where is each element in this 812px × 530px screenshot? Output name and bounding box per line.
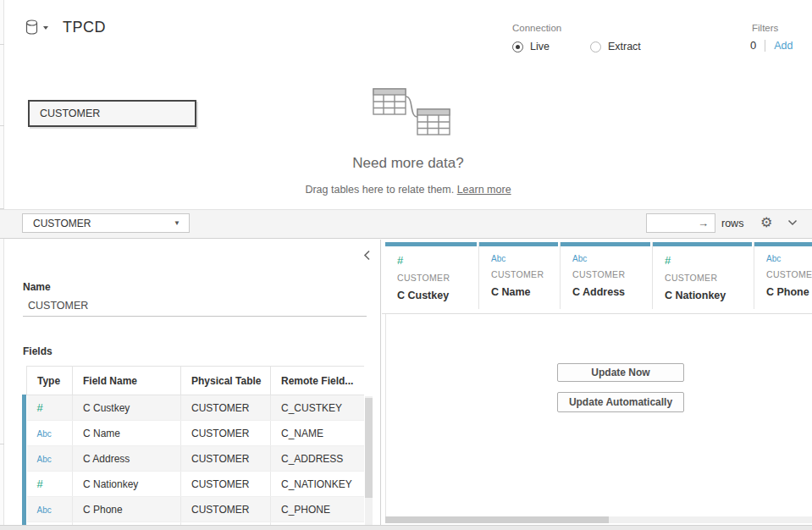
datasource-header: TPCD [25,19,106,36]
field-row-c-address[interactable]: AbcC AddressCUSTOMERC_ADDRESS [27,446,365,472]
database-cylinder-icon [25,19,40,36]
radio-extract[interactable]: Extract [590,41,641,52]
column-accent-bar [561,242,650,246]
col-header-type[interactable]: Type [27,367,73,395]
filters-count: 0 [750,39,756,52]
field-row-c-nationkey[interactable]: #C NationkeyCUSTOMERC_NATIONKEY [27,472,365,497]
field-type-cell: # [27,395,73,421]
name-label: Name [23,281,51,293]
field-type-cell: # [27,472,73,497]
tables-illustration [370,83,451,141]
rail-tick [0,44,4,45]
chevron-down-icon[interactable] [787,219,798,226]
empty-state-title: Need more data? [0,155,812,172]
physical-table-cell: CUSTOMER [181,446,271,472]
arrow-right-icon: → [698,217,709,229]
field-name-cell: C Custkey [73,395,181,421]
datasource-title[interactable]: TPCD [63,19,106,36]
column-accent-bar [754,242,812,246]
field-name-cell: C Nationkey [73,472,181,497]
update-now-button[interactable]: Update Now [557,363,684,382]
rows-count-input[interactable]: → [646,213,715,233]
physical-table-cell: CUSTOMER [181,497,271,522]
number-type-icon: # [37,478,43,490]
metadata-panel: Name CUSTOMER Fields Type Field Name Phy… [4,240,381,525]
grid-scrollbar-thumb[interactable] [385,516,609,523]
col-header-physical-table[interactable]: Physical Table [181,367,271,395]
col-header-remote-field[interactable]: Remote Field... [271,367,365,395]
empty-hint-text: Drag tables here to relate them. [305,184,454,196]
column-table-label: CUSTOMER [766,269,812,279]
radio-live-icon[interactable] [512,41,523,52]
physical-table-cell: CUSTOMER [181,421,271,446]
number-type-icon: # [397,254,478,267]
grid-column-c-nationkey[interactable]: #CUSTOMERC Nationkey [653,242,754,309]
number-type-icon: # [665,254,754,267]
window-bottom-edge [0,525,812,530]
string-type-icon: Abc [766,254,812,263]
radio-extract-icon[interactable] [590,41,601,52]
column-field-label: C Name [491,286,560,298]
empty-state-hint: Drag tables here to relate them. Learn m… [0,184,812,196]
column-field-label: C Phone [766,286,812,298]
grid-horizontal-scrollbar[interactable] [385,516,812,523]
connection-group: Connection Live Extract [512,23,641,52]
data-grid-panel: #CUSTOMERC CustkeyAbcCUSTOMERC NameAbcCU… [382,240,812,525]
col-header-field-name[interactable]: Field Name [73,367,181,395]
column-accent-bar [385,242,477,246]
physical-table-cell: CUSTOMER [181,395,271,421]
field-type-cell: Abc [27,497,73,522]
remote-field-cell: C_ADDRESS [271,446,365,472]
column-field-label: C Custkey [397,290,478,301]
logical-table-select-value: CUSTOMER [33,218,91,229]
fields-vertical-scrollbar[interactable] [365,396,373,525]
grid-column-c-custkey[interactable]: #CUSTOMERC Custkey [385,242,479,309]
data-grid-header: #CUSTOMERC CustkeyAbcCUSTOMERC NameAbcCU… [385,242,812,309]
learn-more-link[interactable]: Learn more [457,184,511,196]
grid-column-c-name[interactable]: AbcCUSTOMERC Name [479,242,561,309]
remote-field-cell: C_NAME [271,421,365,446]
field-row-c-custkey[interactable]: #C CustkeyCUSTOMERC_CUSTKEY [27,395,365,421]
string-type-icon: Abc [491,254,560,263]
number-type-icon: # [37,401,43,414]
radio-live[interactable]: Live [512,41,550,52]
field-row-c-phone[interactable]: AbcC PhoneCUSTOMERC_PHONE [27,497,365,522]
physical-table-cell: CUSTOMER [181,472,271,497]
field-row-c-name[interactable]: AbcC NameCUSTOMERC_NAME [27,421,365,446]
table-node-customer[interactable]: CUSTOMER [28,100,196,127]
gear-icon[interactable]: ⚙ [760,214,772,230]
grid-header-bottom-border [382,313,812,314]
field-name-cell: C Address [73,446,181,472]
string-type-icon: Abc [37,455,52,464]
column-table-label: CUSTOMER [665,273,754,283]
filters-add-link[interactable]: Add [774,40,793,52]
fields-label: Fields [23,345,52,357]
name-input[interactable]: CUSTOMER [28,300,88,312]
update-automatically-button[interactable]: Update Automatically [557,392,684,412]
column-table-label: CUSTOMER [572,269,652,279]
column-accent-bar [479,242,558,246]
string-type-icon: Abc [37,429,52,439]
grid-toolbar: CUSTOMER ▼ → rows ⚙ [0,209,812,239]
grid-body-left-border [385,314,386,517]
column-field-label: C Nationkey [665,290,754,301]
grid-column-c-phone[interactable]: AbcCUSTOMERC Phone [754,242,812,309]
database-icon[interactable] [25,19,49,36]
fields-scrollbar-thumb[interactable] [365,398,373,498]
field-name-cell: C Phone [73,497,181,522]
remote-field-cell: C_CUSTKEY [271,395,365,421]
remote-field-cell: C_NATIONKEY [271,472,365,497]
column-field-label: C Address [572,286,652,298]
fields-table-body: #C CustkeyCUSTOMERC_CUSTKEYAbcC NameCUST… [27,395,365,526]
logical-table-select[interactable]: CUSTOMER ▼ [22,213,190,233]
grid-column-c-address[interactable]: AbcCUSTOMERC Address [561,242,653,309]
field-type-cell: Abc [27,421,73,446]
filters-divider [765,40,765,52]
rows-label: rows [721,218,743,229]
connection-label: Connection [512,23,641,33]
string-type-icon: Abc [37,505,52,515]
caret-down-icon [42,25,49,30]
collapse-panel-icon[interactable] [363,250,371,261]
tableau-datasource-page: TPCD Connection Live Extract Filters 0 A… [0,0,812,530]
filters-group: Filters 0 Add [750,23,793,52]
